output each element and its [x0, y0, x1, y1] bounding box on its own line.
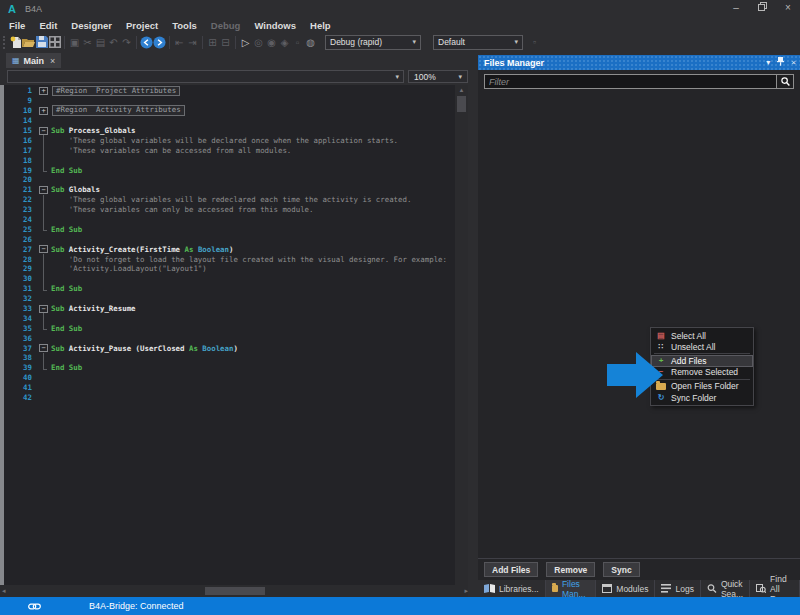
menu-windows[interactable]: Windows — [247, 20, 303, 31]
menu-project[interactable]: Project — [119, 20, 165, 31]
context-menu-item-select-all[interactable]: ▤Select All — [651, 330, 753, 341]
fold-margin — [38, 274, 51, 284]
tab-modules[interactable]: Modules — [596, 580, 655, 597]
fold-margin: + — [38, 86, 51, 96]
expand-region-icon[interactable]: + — [39, 87, 48, 95]
code-line: 9 — [4, 96, 455, 106]
line-number: 10 — [4, 106, 38, 115]
collapse-region-icon[interactable]: − — [39, 186, 48, 194]
line-number: 32 — [4, 294, 38, 303]
stop-icon[interactable]: ▫ — [291, 35, 304, 50]
open-project-icon[interactable] — [22, 35, 35, 50]
tab-logs[interactable]: Logs — [655, 580, 700, 597]
scroll-left-icon[interactable]: ◂ — [2, 585, 6, 597]
collapsed-region-label[interactable]: #Region Activity Attributes — [52, 105, 185, 116]
collapse-region-icon[interactable]: − — [39, 344, 48, 352]
modules-icon — [602, 584, 612, 593]
code-line: 21−Sub Globals — [4, 185, 455, 195]
editor-horizontal-scrollbar[interactable]: ◂ ▸ — [0, 585, 470, 597]
code-text: 'These variables can only be accessed fr… — [51, 205, 314, 214]
context-menu-item-unselect-all[interactable]: ∷Unselect All — [651, 341, 753, 352]
code-text: 'Activity.LoadLayout("Layout1") — [51, 264, 207, 273]
navigate-back-icon[interactable] — [140, 35, 153, 50]
tab-libraries[interactable]: Libraries... — [478, 580, 546, 597]
device-icon[interactable]: ◉ — [265, 35, 278, 50]
context-menu-item-add-files[interactable]: +Add Files — [651, 355, 753, 366]
clean-project-icon[interactable]: ▫ — [533, 37, 536, 47]
menu-item-label: Unselect All — [671, 342, 715, 352]
collapse-region-icon[interactable]: − — [39, 127, 48, 135]
menu-designer[interactable]: Designer — [64, 20, 119, 31]
toolbar-separator — [202, 36, 203, 49]
code-line: 17 'These variables can be accessed from… — [4, 145, 455, 155]
line-number: 25 — [4, 225, 38, 234]
build-configuration-dropdown[interactable]: Debug (rapid) ▾ — [325, 35, 421, 50]
previous-sub-icon[interactable]: ⇤ — [173, 35, 186, 50]
menu-edit[interactable]: Edit — [32, 20, 64, 31]
zoom-dropdown[interactable]: 100% ▾ — [408, 70, 468, 83]
restore-button[interactable] — [754, 2, 770, 15]
app-logo-icon: A — [8, 3, 16, 15]
pin-icon[interactable] — [777, 57, 784, 69]
undo-icon[interactable]: ↶ — [107, 35, 120, 50]
collapse-region-icon[interactable]: − — [39, 305, 48, 313]
new-file-icon[interactable] — [9, 35, 22, 50]
close-button[interactable]: × — [780, 2, 796, 15]
next-sub-icon[interactable]: ⇥ — [186, 35, 199, 50]
tab-files-manager[interactable]: Files Man... — [546, 580, 597, 597]
code-text: #Region Project Attributes — [51, 86, 180, 97]
minimize-button[interactable]: – — [728, 2, 744, 15]
panel-close-icon[interactable]: × — [791, 58, 796, 68]
code-line: 40 — [4, 373, 455, 383]
scrollbar-thumb[interactable] — [457, 96, 466, 112]
tab-close-icon[interactable]: × — [50, 56, 55, 66]
editor-vertical-scrollbar[interactable]: ▲ — [455, 85, 468, 585]
tab-find-all-references[interactable]: Find All Re... — [750, 580, 800, 597]
scrollbar-thumb[interactable] — [205, 587, 265, 595]
menu-tools[interactable]: Tools — [165, 20, 204, 31]
code-line: 29 'Activity.LoadLayout("Layout1") — [4, 264, 455, 274]
designer-script-icon[interactable]: ⊟ — [219, 35, 232, 50]
compile-icon[interactable]: ◍ — [304, 35, 317, 50]
navigate-forward-icon[interactable] — [153, 35, 166, 50]
bridge-icon[interactable]: ◎ — [252, 35, 265, 50]
line-number: 1 — [4, 86, 38, 95]
fold-margin — [38, 373, 51, 383]
paste-icon[interactable]: ▤ — [94, 35, 107, 50]
run-icon[interactable]: ▷ — [239, 35, 252, 50]
scroll-up-icon[interactable]: ▲ — [455, 85, 468, 95]
menu-file[interactable]: File — [2, 20, 32, 31]
code-editor[interactable]: 1+#Region Project Attributes910+#Region … — [4, 85, 455, 585]
tab-main[interactable]: ▦ Main × — [6, 53, 61, 68]
code-line: 24 — [4, 215, 455, 225]
line-number: 33 — [4, 304, 38, 313]
tab-label: Logs — [675, 584, 693, 594]
sync-button[interactable]: Sync — [603, 562, 639, 577]
files-manager-title-bar[interactable]: Files Manager ▾ × — [478, 55, 800, 70]
save-all-icon[interactable] — [48, 35, 61, 50]
panel-splitter[interactable] — [468, 52, 478, 597]
expand-region-icon[interactable]: + — [39, 107, 48, 115]
filter-search-button[interactable] — [776, 74, 794, 89]
redo-icon[interactable]: ↷ — [120, 35, 133, 50]
module-filter-dropdown[interactable]: Default ▾ — [433, 35, 523, 50]
code-line: 27−Sub Activity_Create(FirstTime As Bool… — [4, 244, 455, 254]
filter-input[interactable] — [484, 74, 776, 89]
designer-icon[interactable]: ⊞ — [206, 35, 219, 50]
remove-button[interactable]: Remove — [546, 562, 595, 577]
collapse-region-icon[interactable]: − — [39, 245, 48, 253]
context-menu-item-open-files-folder[interactable]: Open Files Folder — [651, 381, 753, 392]
copy-icon[interactable]: ▣ — [68, 35, 81, 50]
window-position-icon[interactable]: ▾ — [766, 58, 770, 68]
context-menu-item-sync-folder[interactable]: ↻Sync Folder — [651, 392, 753, 403]
context-menu-item-remove-selected[interactable]: −Remove Selected — [651, 367, 753, 378]
wireless-icon[interactable]: ◈ — [278, 35, 291, 50]
menu-debug[interactable]: Debug — [204, 20, 248, 31]
menu-help[interactable]: Help — [303, 20, 338, 31]
collapsed-region-label[interactable]: #Region Project Attributes — [52, 86, 180, 97]
cut-icon[interactable]: ✂ — [81, 35, 94, 50]
tab-quick-search[interactable]: Quick Sea... — [701, 580, 750, 597]
add-files-button[interactable]: Add Files — [484, 562, 538, 577]
member-navigator-dropdown[interactable]: ▾ — [7, 70, 404, 83]
save-icon[interactable] — [35, 35, 48, 50]
